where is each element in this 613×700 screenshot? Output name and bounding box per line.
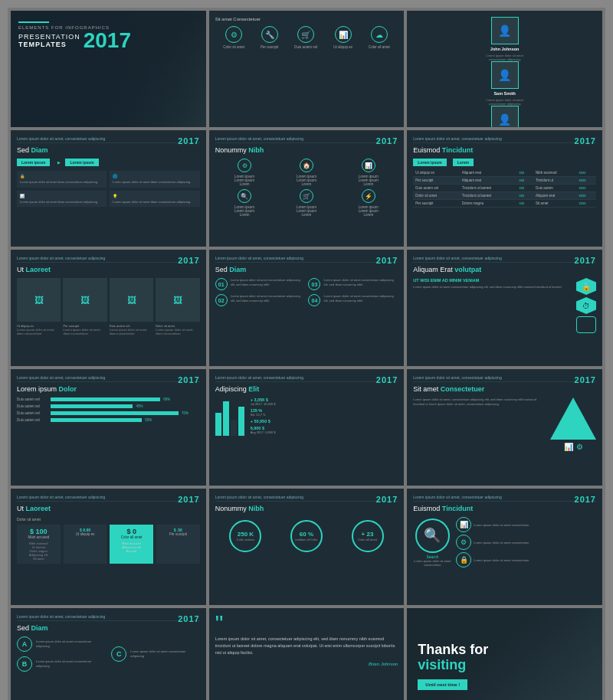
slide-5-topbar: Lorem ipsum dolor sit amet, consectetuer… bbox=[215, 136, 398, 143]
photo-3: 🖼 bbox=[156, 278, 199, 322]
icon-label-4: Color all amet bbox=[369, 45, 390, 49]
alpha-text-C: Lorem ipsum dolor sit amet consectetuer … bbox=[130, 649, 199, 658]
slide-12-topbar: Lorem ipsum dolor sit amet, consectetuer… bbox=[413, 375, 596, 382]
stat-circle-num-0: 250 K bbox=[238, 531, 254, 538]
slide-12-triangle-area: 📊 ⚙ bbox=[550, 397, 596, 451]
slide-6-table: Ut aliquip ex Aliquam erat xxx Nibh euis… bbox=[413, 169, 596, 208]
slide-adipiscing-elit: Lorem ipsum dolor sit amet, consectetuer… bbox=[209, 369, 405, 486]
stat-2: + 50,950 $ bbox=[251, 419, 398, 424]
slide-16-inner: Lorem ipsum dolor sit amet, consectetuer… bbox=[11, 608, 206, 700]
team-desc-0: Lorem ipsum dolor sit amet consectetuer … bbox=[486, 54, 524, 61]
slide-13-title: Ut Laoreet bbox=[17, 505, 200, 512]
team-desc-1: Lorem ipsum dolor sit amet consectetuer … bbox=[486, 98, 524, 106]
slide-5-icon-label-5: Lorem ipsum Lorem ipsum Lorem bbox=[357, 205, 380, 217]
hex-0: 🔒 bbox=[576, 278, 596, 295]
hex-1: ⏱ bbox=[576, 297, 596, 314]
slide-nonummy-nibh-2: Lorem ipsum dolor sit amet, consectetuer… bbox=[209, 489, 405, 605]
stat-0-label: Jul 2017: 10,956 $ bbox=[251, 402, 398, 406]
slide-13-inner: Lorem ipsum dolor sit amet, consectetuer… bbox=[11, 489, 206, 605]
slide-6-topbar: Lorem ipsum dolor sit amet, consectetuer… bbox=[413, 136, 596, 143]
slide-4-box1: 🔒 Lorem ipsum dolor sit amet diam consec… bbox=[17, 171, 107, 188]
price-card-2: $ 0 Color all amet Main accusedAdipiscin… bbox=[110, 525, 153, 564]
slide-14-year: 2017 bbox=[376, 495, 398, 504]
team-photo-2: 👤 bbox=[491, 106, 519, 127]
slide-6-year: 2017 bbox=[575, 136, 596, 146]
slide-5-icon-4: 🛒 Lorem ipsum Lorem ipsum Lorem bbox=[277, 189, 336, 217]
slide-sed-diam: Lorem ipsum dolor sit amet, consectetuer… bbox=[11, 130, 206, 247]
price-row: $ 100 Main accused Nibh euismodUt laoree… bbox=[17, 525, 200, 564]
search-desc: Lorem ipsum dolor sit amet consectetuer bbox=[413, 559, 451, 567]
next-time-button[interactable]: Until next time ! bbox=[418, 679, 467, 690]
hbar-val-3: 50% bbox=[145, 418, 152, 422]
photo-2: 🖼 bbox=[110, 278, 153, 322]
slide-12-title-bold: Consectetuer bbox=[441, 385, 485, 393]
slide-5-icon-circle-5: ⚡ bbox=[362, 189, 375, 203]
slide-11-inner: Lorem ipsum dolor sit amet, consectetuer… bbox=[209, 369, 405, 486]
slide-4-box4: 💡 Lorem ipsum dolor sit amet diam consec… bbox=[110, 191, 199, 208]
slide-10-inner: Lorem ipsum dolor sit amet, consectetuer… bbox=[11, 369, 206, 486]
icon-item-3: 📊 Ut aliquip ex bbox=[333, 26, 352, 49]
icon-circle-0: ⚙ bbox=[225, 26, 242, 43]
slide-9-main-text: UT WISI ENIM AD MINIM VENIAM bbox=[413, 278, 572, 283]
slide-5-icon-label-2: Lorem ipsum Lorem ipsum Lorem bbox=[357, 175, 380, 186]
hbar-val-2: 70% bbox=[182, 411, 188, 415]
icon-label-1: Per suscipit bbox=[261, 45, 278, 49]
stat-3-label: Aug 2017: 5,880 $ bbox=[251, 430, 398, 434]
stat-circle-label-1: medium of Color bbox=[295, 538, 317, 541]
caption-0: Ut aliquip exLorem ipsum dolor sit amet,… bbox=[17, 324, 61, 335]
slide-5-icon-label-0: Lorem ipsum Lorem ipsum Lorem bbox=[233, 175, 256, 186]
slide-4-title: Sed Diam bbox=[17, 146, 200, 154]
icon-item-0: ⚙ Color sit amet bbox=[223, 26, 244, 49]
slide-nonummy-nibh: Lorem ipsum dolor sit amet, consectetuer… bbox=[209, 130, 405, 247]
icon-label-0: Color sit amet bbox=[223, 45, 244, 49]
table-row: Per suscipit Aliquam erat xxx Tincidunt … bbox=[413, 177, 596, 185]
slide-5-icon-grid: ⚙ Lorem ipsum Lorem ipsum Lorem 🏠 Lorem … bbox=[215, 159, 398, 217]
slide-lorem-dolor: Lorem ipsum dolor sit amet, consectetuer… bbox=[11, 369, 206, 486]
stat-circle-label-2: Color all amet bbox=[358, 538, 377, 541]
slide-4-content-grid: 🔒 Lorem ipsum dolor sit amet diam consec… bbox=[17, 171, 200, 207]
slide-5-title: Nonummy Nibh bbox=[215, 146, 398, 154]
table-cell: xxxx bbox=[577, 169, 596, 177]
team-row: 👤 John Johnson Lorem ipsum dolor sit ame… bbox=[413, 17, 596, 127]
alpha-letter-B: B bbox=[17, 656, 32, 672]
caption-2: Duis autem velLorem ipsum dolor sit amet… bbox=[110, 324, 153, 335]
flow-icon-2: 🔒 bbox=[456, 552, 471, 568]
slide-12-content: Lorem ipsum dolor sit amet, consectetuer… bbox=[413, 397, 596, 451]
slide-9-hex-col: 🔒 ⏱ ⚙ bbox=[576, 278, 596, 333]
slide-4-box3-title: 📊 bbox=[20, 194, 103, 198]
process-text-1: Lorem ipsum dolor sit amet consectetuer … bbox=[323, 278, 398, 290]
table-cell: xxxx bbox=[577, 185, 596, 192]
flow-text-2: Lorem ipsum dolor sit amet consectetuer bbox=[474, 558, 529, 562]
table-cell: Tincidunt ut bbox=[533, 177, 577, 185]
flow-text-0: Lorem ipsum dolor sit amet consectetuer bbox=[474, 523, 529, 527]
slide-4-arrow: ▶ bbox=[57, 159, 61, 166]
slide-9-content: UT WISI ENIM AD MINIM VENIAM Lorem ipsum… bbox=[413, 278, 596, 333]
stat-circle-2: + 23 Color all amet bbox=[352, 520, 384, 552]
slide-10-topbar: Lorem ipsum dolor sit amet, consectetuer… bbox=[17, 375, 200, 382]
slide-16-topbar: Lorem ipsum dolor sit amet, consectetuer… bbox=[17, 614, 200, 621]
slide-4-box4-title: 💡 bbox=[113, 194, 196, 198]
stat-circle-row: 250 K Color actions 60 % medium of Color… bbox=[215, 520, 398, 552]
slide-5-icon-1: 🏠 Lorem ipsum Lorem ipsum Lorem bbox=[277, 159, 336, 186]
slide-17-inner: " Lorem ipsum dolor sit amet, consectetu… bbox=[209, 608, 405, 700]
table-cell: Nibh euismod bbox=[533, 169, 577, 177]
bar-1 bbox=[223, 401, 229, 436]
price-label-0: Main accused bbox=[20, 535, 57, 539]
slide-16-title-bold: Diam bbox=[31, 624, 48, 632]
cover-title-row: PRESENTATION TEMPLATES 2017 bbox=[18, 30, 198, 51]
slide-quote: " Lorem ipsum dolor sit amet, consectetu… bbox=[209, 608, 405, 700]
price-features-0: Nibh euismodUt laoreetDolor magnaAdipisc… bbox=[20, 541, 57, 561]
slide-9-inner: Lorem ipsum dolor sit amet, consectetuer… bbox=[407, 250, 602, 366]
hbar-3 bbox=[51, 418, 142, 422]
slide-8-topbar: Lorem ipsum dolor sit amet, consectetuer… bbox=[215, 256, 398, 263]
photo-0: 🖼 bbox=[17, 278, 61, 322]
team-name-1: Sam Smith bbox=[493, 91, 515, 96]
hbar-item-3: Duis autem vel 50% bbox=[17, 418, 200, 422]
slide-4-btn2[interactable]: Lorem ipsum bbox=[65, 159, 98, 166]
slide-4-btn1[interactable]: Lorem ipsum bbox=[17, 159, 50, 166]
alpha-text-A: Lorem ipsum dolor sit amet consectetuer … bbox=[36, 639, 105, 648]
process-num-1: 03 bbox=[308, 278, 320, 290]
slide-6-header-btns: Lorem ipsum Lorem bbox=[413, 159, 596, 166]
slide-5-icon-2: 📊 Lorem ipsum Lorem ipsum Lorem bbox=[339, 159, 398, 186]
photo-1: 🖼 bbox=[63, 278, 107, 322]
